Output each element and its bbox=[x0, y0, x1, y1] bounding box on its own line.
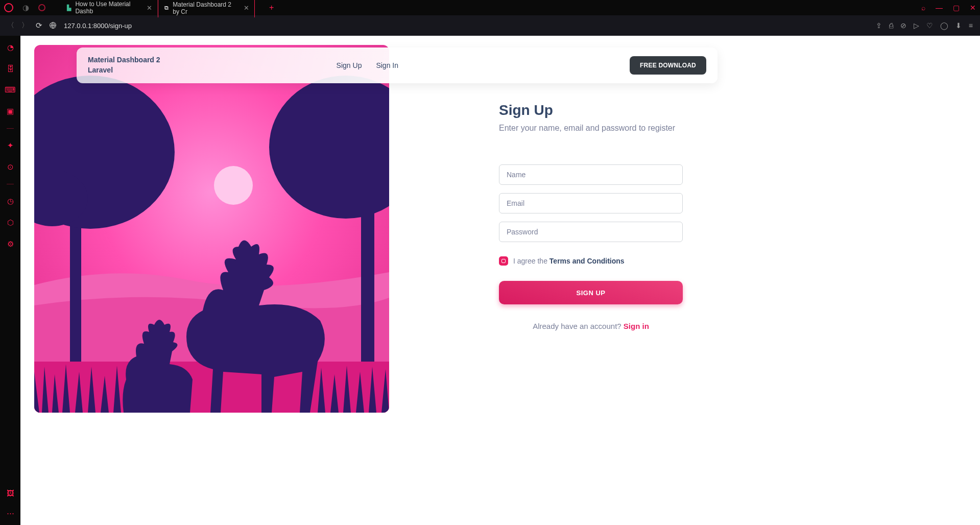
brand-line1: Material Dashboard 2 bbox=[88, 55, 160, 65]
forward-icon[interactable]: 〉 bbox=[21, 21, 29, 30]
terms-checkbox[interactable] bbox=[499, 256, 508, 266]
site-info-icon[interactable]: 🌐︎ bbox=[50, 21, 57, 30]
agree-prefix: I agree the bbox=[513, 257, 549, 265]
page-title: Sign Up bbox=[499, 102, 683, 118]
downloads-icon[interactable]: ⬇ bbox=[955, 21, 962, 30]
navbar: Material Dashboard 2 Laravel Sign Up Sig… bbox=[77, 47, 718, 83]
favicon-icon: ▙ bbox=[66, 4, 72, 11]
addrbar-actions: ⇪ ⎙ ⊘ ▷ ♡ ◯ ⬇ ≡ bbox=[876, 21, 973, 30]
opera-workspace-icon[interactable] bbox=[38, 4, 45, 11]
separator bbox=[7, 184, 14, 184]
player-icon[interactable]: ⊙ bbox=[7, 162, 14, 172]
nav-links: Sign Up Sign In bbox=[337, 61, 398, 69]
brand[interactable]: Material Dashboard 2 Laravel bbox=[88, 55, 160, 75]
signup-button[interactable]: SIGN UP bbox=[499, 281, 683, 304]
favicon-icon: ⧉ bbox=[163, 5, 170, 12]
close-icon[interactable]: ✕ bbox=[244, 4, 249, 12]
close-icon[interactable]: ✕ bbox=[147, 4, 152, 12]
already-prefix: Already have an account? bbox=[533, 322, 624, 330]
titlebar: ◑ ▙ How to Use Material Dashb ✕ ⧉ Materi… bbox=[0, 0, 980, 15]
gallery-icon[interactable]: 🖼 bbox=[7, 489, 14, 497]
password-field[interactable] bbox=[499, 222, 683, 242]
new-tab-button[interactable]: + bbox=[269, 3, 274, 12]
sidebar: ◔ 🗄 ⌨ ▣ ✦ ⊙ ◷ ⬡ ⚙ 🖼 ⋯ bbox=[0, 36, 20, 525]
workspaces-icon[interactable]: 🗄 bbox=[7, 64, 14, 73]
history-icon[interactable]: ◷ bbox=[7, 197, 14, 206]
name-field[interactable] bbox=[499, 164, 683, 185]
nav-signin[interactable]: Sign In bbox=[376, 61, 398, 69]
tab-1[interactable]: ▙ How to Use Material Dashb ✕ bbox=[61, 0, 158, 17]
separator bbox=[7, 128, 14, 129]
page-subtitle: Enter your name, email and password to r… bbox=[499, 124, 683, 133]
terms-link[interactable]: Terms and Conditions bbox=[549, 257, 625, 265]
close-window-icon[interactable]: ✕ bbox=[970, 4, 976, 12]
free-download-button[interactable]: FREE DOWNLOAD bbox=[630, 56, 706, 75]
screenshot-icon[interactable]: ⎙ bbox=[889, 21, 893, 30]
signin-link[interactable]: Sign in bbox=[624, 322, 649, 330]
messenger-icon[interactable]: ▣ bbox=[7, 107, 14, 116]
brand-line2: Laravel bbox=[88, 65, 160, 76]
titlebar-right: ⌕ — ▢ ✕ bbox=[921, 4, 976, 12]
email-field[interactable] bbox=[499, 193, 683, 213]
reload-icon[interactable]: ⟳ bbox=[36, 21, 42, 30]
maximize-icon[interactable]: ▢ bbox=[953, 4, 960, 12]
settings-icon[interactable]: ⚙ bbox=[7, 240, 14, 249]
already-account: Already have an account? Sign in bbox=[499, 322, 683, 330]
twitch-icon[interactable]: ⌨ bbox=[5, 85, 16, 94]
share-icon[interactable]: ⇪ bbox=[876, 21, 882, 30]
tab-title: Material Dashboard 2 by Cr bbox=[173, 1, 238, 15]
back-icon[interactable]: 〈 bbox=[7, 21, 14, 30]
agree-text: I agree the Terms and Conditions bbox=[513, 257, 625, 265]
svg-rect-2 bbox=[70, 213, 81, 372]
svg-rect-5 bbox=[361, 208, 374, 372]
discord-icon[interactable]: ◑ bbox=[22, 3, 29, 12]
minimize-icon[interactable]: — bbox=[936, 4, 943, 12]
page-viewport: Material Dashboard 2 Laravel Sign Up Sig… bbox=[20, 36, 980, 525]
nav-signup[interactable]: Sign Up bbox=[337, 61, 362, 69]
search-icon[interactable]: ⌕ bbox=[921, 4, 925, 12]
pinboards-icon[interactable]: ✦ bbox=[7, 141, 14, 150]
more-icon[interactable]: ⋯ bbox=[7, 509, 14, 518]
tab-title: How to Use Material Dashb bbox=[75, 1, 141, 15]
extensions-icon[interactable]: ⬡ bbox=[7, 218, 14, 227]
speed-dial-icon[interactable]: ◔ bbox=[7, 43, 14, 52]
vpn-icon[interactable]: ▷ bbox=[914, 21, 919, 30]
heart-icon[interactable]: ♡ bbox=[926, 21, 933, 30]
easysetup-icon[interactable]: ≡ bbox=[969, 21, 973, 30]
titlebar-left: ◑ ▙ How to Use Material Dashb ✕ ⧉ Materi… bbox=[4, 0, 274, 17]
hero-illustration bbox=[34, 45, 389, 413]
agree-row: I agree the Terms and Conditions bbox=[499, 256, 683, 266]
svg-point-1 bbox=[214, 166, 253, 205]
signup-form: Sign Up Enter your name, email and passw… bbox=[499, 102, 683, 330]
tab-strip: ▙ How to Use Material Dashb ✕ ⧉ Material… bbox=[61, 0, 255, 17]
profile-icon[interactable]: ◯ bbox=[940, 21, 948, 30]
opera-logo-icon[interactable] bbox=[4, 3, 13, 12]
address-bar: 〈 〉 ⟳ 🌐︎ 127.0.0.1:8000/sign-up ⇪ ⎙ ⊘ ▷ … bbox=[0, 15, 980, 36]
tab-2-active[interactable]: ⧉ Material Dashboard 2 by Cr ✕ bbox=[158, 0, 255, 17]
url-text[interactable]: 127.0.0.1:8000/sign-up bbox=[64, 22, 132, 30]
adblock-icon[interactable]: ⊘ bbox=[900, 21, 906, 30]
